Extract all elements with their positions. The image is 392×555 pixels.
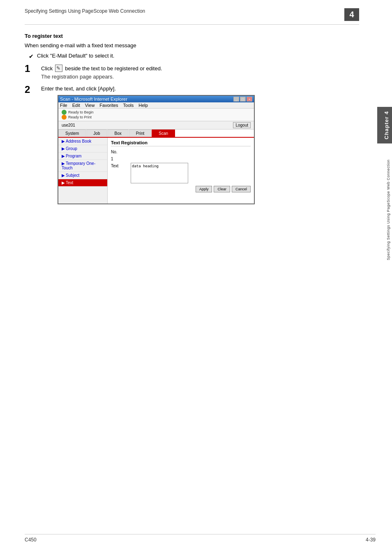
step-2-text: Enter the text, and click [Apply]. xyxy=(41,86,359,92)
form-buttons: Apply Clear Cancel xyxy=(111,186,251,192)
step-1-content: Click beside the text to be registered o… xyxy=(41,65,359,80)
menu-file[interactable]: File xyxy=(60,103,67,108)
arrow-icon-address: ▶ xyxy=(62,139,65,143)
arrow-icon-text: ▶ xyxy=(62,180,65,185)
header-title: Specifying Settings Using PageScope Web … xyxy=(25,8,145,14)
section-heading: To register text xyxy=(25,33,359,39)
menu-tools[interactable]: Tools xyxy=(123,103,134,108)
side-labels: Chapter 4 Specifying Settings Using Page… xyxy=(377,0,392,555)
sidebar-item-group[interactable]: ▶Group xyxy=(58,145,107,153)
step-1-sub: The registration page appears. xyxy=(41,74,359,80)
logout-button[interactable]: Logout xyxy=(233,122,251,128)
step-1-text: Click beside the text to be registered o… xyxy=(41,65,359,72)
form-label-text: Text xyxy=(111,163,127,168)
side-text-label: Specifying Settings Using PageScope Web … xyxy=(377,156,392,264)
menu-favorites[interactable]: Favorites xyxy=(99,103,118,108)
step-1-click-word: Click xyxy=(41,65,53,72)
panel-title: Text Registration xyxy=(111,140,251,146)
checkmark-icon: ✔ xyxy=(29,53,34,60)
browser-inner: ▶Address Book ▶Group ▶Program ▶Temporary… xyxy=(58,138,254,204)
sidebar-item-text[interactable]: ▶Text xyxy=(58,179,107,187)
page-header: Specifying Settings Using PageScope Web … xyxy=(25,8,359,25)
sidebar: ▶Address Book ▶Group ▶Program ▶Temporary… xyxy=(58,138,108,204)
main-panel: Text Registration No. 1 Text data headin… xyxy=(108,138,254,204)
arrow-icon-temporary: ▶ xyxy=(62,161,65,166)
form-label-no: No. xyxy=(111,149,127,154)
step-1: 1 Click beside the text to be registered… xyxy=(25,65,359,80)
menu-help[interactable]: Help xyxy=(138,103,148,108)
footer-right: 4-39 xyxy=(366,537,376,543)
nav-tabs: System Job Box Print Scan xyxy=(58,130,254,138)
form-row-text: Text data heading xyxy=(111,163,251,183)
check-text: Click "E-Mail Default" to select it. xyxy=(37,53,114,59)
browser-menubar: File Edit View Favorites Tools Help xyxy=(58,102,254,109)
status-icons: Ready to Begin xyxy=(62,110,251,115)
status-label-2: Ready to Print xyxy=(68,115,92,119)
tab-system[interactable]: System xyxy=(58,130,86,137)
clear-button[interactable]: Clear xyxy=(214,186,230,192)
form-textarea[interactable]: data heading xyxy=(131,163,188,183)
step-2-content: Enter the text, and click [Apply]. Scan … xyxy=(41,86,359,204)
check-item: ✔ Click "E-Mail Default" to select it. xyxy=(29,53,359,60)
arrow-icon-subject: ▶ xyxy=(62,173,65,178)
browser-minimize-btn[interactable]: _ xyxy=(233,97,239,102)
chapter-badge: 4 xyxy=(344,8,359,21)
user-bar: use201 Logout xyxy=(58,121,254,130)
menu-view[interactable]: View xyxy=(85,103,95,108)
sidebar-item-address-book[interactable]: ▶Address Book xyxy=(58,138,107,145)
form-row-no: No. xyxy=(111,149,251,154)
status-icons-2: Ready to Print xyxy=(62,115,251,120)
browser-close-btn[interactable]: × xyxy=(247,97,252,102)
cancel-button[interactable]: Cancel xyxy=(232,186,251,192)
tab-print[interactable]: Print xyxy=(129,130,152,137)
arrow-icon-group: ▶ xyxy=(62,146,65,151)
tab-box[interactable]: Box xyxy=(107,130,128,137)
step-2-number: 2 xyxy=(25,85,41,95)
footer-left: C450 xyxy=(25,537,37,543)
sidebar-item-subject[interactable]: ▶Subject xyxy=(58,172,107,179)
step-1-suffix: beside the text to be registered or edit… xyxy=(65,65,162,72)
step-2: 2 Enter the text, and click [Apply]. Sca… xyxy=(25,86,359,204)
page-footer: C450 4-39 xyxy=(25,534,376,543)
status-dot-orange xyxy=(62,115,67,120)
status-dot-green xyxy=(62,110,67,115)
step-1-number: 1 xyxy=(25,64,41,74)
edit-icon xyxy=(55,65,62,72)
apply-button[interactable]: Apply xyxy=(196,186,212,192)
side-chapter-label: Chapter 4 xyxy=(377,107,392,143)
browser-controls[interactable]: _ □ × xyxy=(233,97,252,102)
username: use201 xyxy=(62,123,75,127)
status-label-1: Ready to Begin xyxy=(68,110,94,114)
sidebar-item-program[interactable]: ▶Program xyxy=(58,153,107,160)
form-value-no: 1 xyxy=(111,156,113,161)
browser-maximize-btn[interactable]: □ xyxy=(240,97,246,102)
sidebar-item-temporary[interactable]: ▶Temporary One-Touch xyxy=(58,160,107,172)
tab-scan[interactable]: Scan xyxy=(152,130,175,137)
browser-title: Scan - Microsoft Internet Explorer xyxy=(60,97,127,102)
tab-job[interactable]: Job xyxy=(86,130,107,137)
browser-titlebar: Scan - Microsoft Internet Explorer _ □ × xyxy=(58,96,254,102)
form-row-no-value: 1 xyxy=(111,156,251,161)
browser-window: Scan - Microsoft Internet Explorer _ □ ×… xyxy=(58,95,255,204)
arrow-icon-program: ▶ xyxy=(62,154,65,158)
menu-edit[interactable]: Edit xyxy=(72,103,80,108)
browser-toolbar: Ready to Begin Ready to Print xyxy=(58,109,254,121)
intro-text: When sending e-mail with a fixed text me… xyxy=(25,42,359,49)
